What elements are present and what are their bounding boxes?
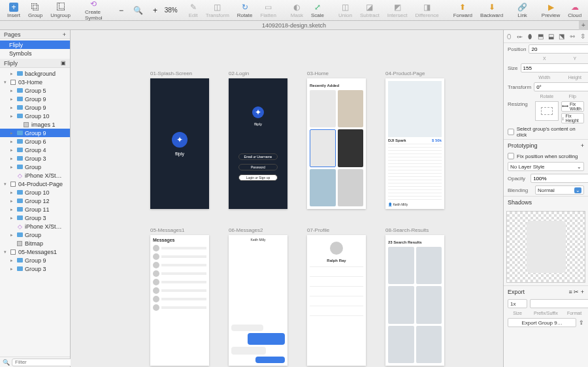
layer-item[interactable]: ▸Group 5 [0,86,70,95]
align-center-v-button[interactable]: ⬓ [547,33,555,40]
layer-item[interactable]: Bitmap [0,239,70,247]
layer-item[interactable]: ▸Group [0,163,70,171]
fix-width-button[interactable]: ⟷Fix Width [561,101,584,112]
artboard-label[interactable]: 05-Messages1 [150,227,184,233]
disclosure-triangle[interactable]: ▸ [9,232,14,238]
intersect-button[interactable]: ◩Intersect [384,2,411,19]
disclosure-triangle[interactable]: ▸ [9,139,14,144]
create-symbol-button[interactable]: ⟲Create Symbol [82,0,106,22]
fix-height-button[interactable]: ↕Fix Height [561,113,584,123]
insert-button[interactable]: +Insert [4,2,24,19]
edit-button[interactable]: ✎Edit [186,2,201,19]
export-section[interactable]: Export ≡ ✂ + [504,285,588,298]
export-prefix-input[interactable] [530,299,588,308]
difference-button[interactable]: ◨Difference [412,2,442,19]
opacity-input[interactable] [531,174,588,183]
link-button[interactable]: 🔗Link [514,2,531,19]
artboard-label[interactable]: 08-Search-Results [385,227,429,233]
width-input[interactable] [521,63,588,72]
layer-item[interactable]: ▸Group 12 [0,197,70,205]
disclosure-triangle[interactable]: ▸ [9,207,14,212]
layer-item[interactable]: ▾04-Product-Page [0,180,70,188]
rotate-button[interactable]: ↻Rotate [234,2,256,19]
disclosure-triangle[interactable]: ▸ [9,148,14,153]
knife-icon[interactable]: ✂ [574,289,579,295]
preview-button[interactable]: ▶Preview [538,2,563,19]
distribute-v-button[interactable]: ⇳ [579,33,587,40]
layer-style-select[interactable]: No Layer Style⌄ [508,162,584,171]
mask-button[interactable]: ◐Mask [287,2,306,19]
layer-item[interactable]: ▾03-Home [0,78,70,86]
layer-item[interactable]: ▸Group 3 [0,154,70,163]
artboard[interactable]: 02-Login✦fliplyEmail or UsernamePassword… [229,78,287,209]
disclosure-triangle[interactable]: ▸ [9,131,14,136]
zoom-out-button[interactable]: − [114,5,129,16]
fix-scroll-checkbox[interactable] [508,153,514,159]
artboard-label[interactable]: 01-Splash-Screen [150,71,192,76]
scale-button[interactable]: ⤢Scale [308,2,327,19]
collapse-icon[interactable]: ▣ [61,60,66,66]
add-export-button[interactable]: + [581,289,584,295]
artboard-label[interactable]: 04-Product-Page [385,71,425,76]
page-item[interactable]: Fliply [0,40,70,49]
artboard-label[interactable]: 06-Messages2 [229,227,263,233]
disclosure-triangle[interactable]: ▸ [9,88,14,93]
align-bottom-button[interactable]: ⬔ [558,33,566,40]
layer-item[interactable]: ▸Group 9 [0,129,70,137]
disclosure-triangle[interactable]: ▸ [9,190,14,195]
select-content-checkbox[interactable] [508,129,514,135]
disclosure-triangle[interactable]: ▸ [9,215,14,221]
shadows-section[interactable]: Shadows [504,196,588,208]
layer-item[interactable]: ▸Group 9 [0,95,70,103]
transform-button[interactable]: ◫Transform [203,2,233,19]
blending-select[interactable]: Normal⌄ [535,185,584,195]
union-button[interactable]: ◫Union [335,2,355,19]
disclosure-triangle[interactable]: ▸ [9,266,14,272]
artboard[interactable]: 05-Messages1Messages [150,235,209,366]
artboard[interactable]: 01-Splash-Screen✦fliply [150,78,209,209]
layer-item[interactable]: ▸Group 10 [0,188,70,197]
layer-item[interactable]: ▸background [0,69,70,78]
layer-item[interactable]: ▸Group 9 [0,103,70,112]
disclosure-triangle[interactable]: ▸ [9,258,14,263]
artboard-label[interactable]: 03-Home [307,71,329,76]
artboard[interactable]: 04-Product-PageDJI Spark $ 50k👤 Keith Mi… [385,78,444,209]
forward-button[interactable]: ⬆Forward [450,2,476,19]
disclosure-triangle[interactable]: ▾ [3,182,8,187]
group-button[interactable]: ⿻Group [25,2,46,19]
align-center-h-button[interactable]: ⬰ [515,33,523,40]
disclosure-triangle[interactable]: ▸ [9,71,14,76]
disclosure-triangle[interactable]: ▸ [9,114,14,119]
layer-item[interactable]: ▸Group 4 [0,146,70,154]
flatten-button[interactable]: ▭Flatten [257,2,279,19]
layer-item[interactable]: ▸Group [0,231,70,239]
disclosure-triangle[interactable]: ▸ [9,156,14,161]
disclosure-triangle[interactable]: ▸ [9,97,14,102]
presets-icon[interactable]: ≡ [568,289,572,295]
export-group-button[interactable]: Export Group 9… [508,318,576,327]
canvas[interactable]: 01-Splash-Screen✦fliply02-Login✦fliplyEm… [71,30,503,367]
layer-item[interactable]: ▸Group 10 [0,112,70,120]
layer-item[interactable]: ▸Group 3 [0,264,70,273]
backward-button[interactable]: ⬇Backward [477,2,506,19]
cloud-button[interactable]: ☁Cloud [564,2,585,19]
distribute-h-button[interactable]: ⇿ [568,33,576,40]
subtract-button[interactable]: ◪Subtract [357,2,383,19]
disclosure-triangle[interactable]: ▸ [9,199,14,204]
share-icon[interactable]: ⇪ [579,319,584,326]
resizing-constraints[interactable] [535,101,559,121]
artboard-label[interactable]: 02-Login [229,71,249,76]
export-scale-select[interactable]: 1x [508,299,527,308]
layer-item[interactable]: ▸Group 11 [0,205,70,214]
layer-item[interactable]: ▾05-Messages1 [0,247,70,256]
rotate-input[interactable] [534,82,588,91]
align-top-button[interactable]: ⬒ [536,33,544,40]
disclosure-triangle[interactable]: ▸ [9,165,14,170]
layer-item[interactable]: images 1 [0,120,70,129]
layer-item[interactable]: ▸Group 3 [0,214,70,222]
add-tab-button[interactable]: + [579,21,588,30]
add-page-button[interactable]: + [63,31,66,38]
page-item[interactable]: Symbols [0,49,70,57]
disclosure-triangle[interactable]: ▾ [3,249,8,255]
layer-item[interactable]: ◇iPhone X/St… [0,222,70,231]
